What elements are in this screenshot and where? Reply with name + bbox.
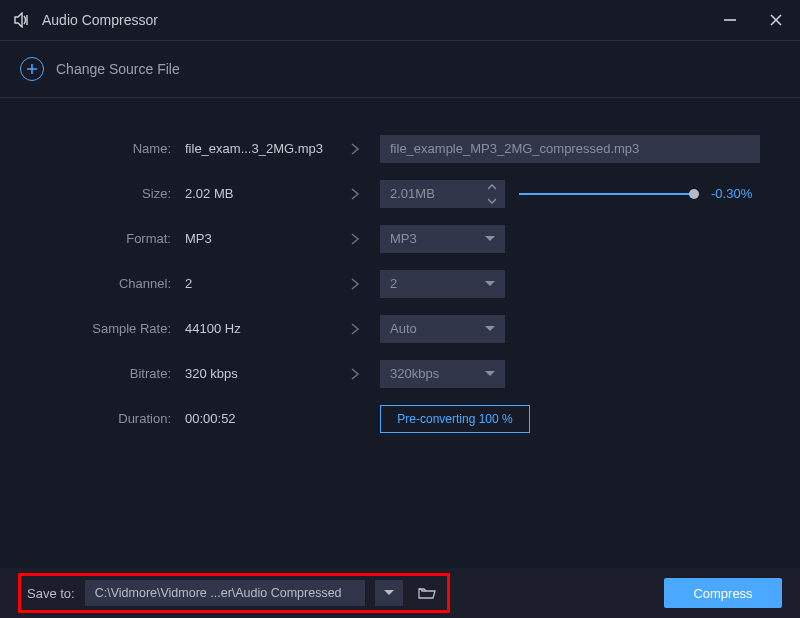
close-button[interactable] — [766, 10, 786, 30]
stepper-up-icon[interactable] — [485, 182, 499, 192]
app-icon — [14, 12, 32, 28]
slider-fill — [519, 193, 694, 195]
label-duration: Duration: — [0, 411, 175, 426]
sample-rate-dropdown-value: Auto — [390, 321, 417, 336]
row-format: Format: MP3 MP3 — [0, 216, 772, 261]
chevron-right-icon — [340, 367, 370, 381]
folder-icon — [418, 586, 436, 600]
minimize-button[interactable] — [720, 10, 740, 30]
label-format: Format: — [0, 231, 175, 246]
change-source-label: Change Source File — [56, 61, 180, 77]
label-sample-rate: Sample Rate: — [0, 321, 175, 336]
save-to-label: Save to: — [27, 586, 75, 601]
stepper-down-icon[interactable] — [485, 196, 499, 206]
app-title: Audio Compressor — [42, 12, 158, 28]
row-duration: Duration: 00:00:52 Pre-converting 100 % — [0, 396, 772, 441]
slider-track — [519, 193, 699, 195]
bottom-bar: Save to: C:\Vidmore\Vidmore ...er\Audio … — [0, 568, 800, 618]
bitrate-dropdown[interactable]: 320kbps — [380, 360, 505, 388]
format-dropdown[interactable]: MP3 — [380, 225, 505, 253]
value-bitrate: 320 kbps — [185, 366, 330, 381]
label-bitrate: Bitrate: — [0, 366, 175, 381]
row-channel: Channel: 2 2 — [0, 261, 772, 306]
row-name: Name: file_exam...3_2MG.mp3 — [0, 126, 772, 171]
chevron-down-icon — [485, 236, 495, 242]
channel-dropdown-value: 2 — [390, 276, 397, 291]
size-stepper-value: 2.01MB — [380, 186, 435, 201]
value-format: MP3 — [185, 231, 330, 246]
row-size: Size: 2.02 MB 2.01MB -0.30% — [0, 171, 772, 216]
label-size: Size: — [0, 186, 175, 201]
change-source-row[interactable]: Change Source File — [0, 41, 800, 97]
value-sample-rate: 44100 Hz — [185, 321, 330, 336]
label-name: Name: — [0, 141, 175, 156]
label-channel: Channel: — [0, 276, 175, 291]
chevron-down-icon — [384, 590, 394, 596]
chevron-down-icon — [485, 281, 495, 287]
save-to-group: Save to: C:\Vidmore\Vidmore ...er\Audio … — [18, 573, 450, 613]
size-slider[interactable]: -0.30% — [519, 186, 759, 201]
chevron-right-icon — [340, 142, 370, 156]
row-bitrate: Bitrate: 320 kbps 320kbps — [0, 351, 772, 396]
window-buttons — [720, 10, 786, 30]
row-sample-rate: Sample Rate: 44100 Hz Auto — [0, 306, 772, 351]
chevron-right-icon — [340, 322, 370, 336]
chevron-right-icon — [340, 187, 370, 201]
bitrate-dropdown-value: 320kbps — [390, 366, 439, 381]
titlebar: Audio Compressor — [0, 0, 800, 40]
plus-circle-icon — [20, 57, 44, 81]
save-path-field[interactable]: C:\Vidmore\Vidmore ...er\Audio Compresse… — [85, 580, 365, 606]
size-stepper[interactable]: 2.01MB — [380, 180, 505, 208]
value-name: file_exam...3_2MG.mp3 — [185, 141, 330, 156]
slider-thumb[interactable] — [689, 189, 699, 199]
value-duration: 00:00:52 — [185, 411, 330, 426]
sample-rate-dropdown[interactable]: Auto — [380, 315, 505, 343]
format-dropdown-value: MP3 — [390, 231, 417, 246]
chevron-right-icon — [340, 277, 370, 291]
form: Name: file_exam...3_2MG.mp3 Size: 2.02 M… — [0, 98, 800, 441]
channel-dropdown[interactable]: 2 — [380, 270, 505, 298]
compress-button[interactable]: Compress — [664, 578, 782, 608]
chevron-down-icon — [485, 326, 495, 332]
value-size: 2.02 MB — [185, 186, 330, 201]
chevron-right-icon — [340, 232, 370, 246]
size-percent: -0.30% — [711, 186, 752, 201]
preconverting-status: Pre-converting 100 % — [380, 405, 530, 433]
chevron-down-icon — [485, 371, 495, 377]
save-path-dropdown[interactable] — [375, 580, 403, 606]
value-channel: 2 — [185, 276, 330, 291]
output-name-input[interactable] — [380, 135, 760, 163]
open-folder-button[interactable] — [413, 580, 441, 606]
